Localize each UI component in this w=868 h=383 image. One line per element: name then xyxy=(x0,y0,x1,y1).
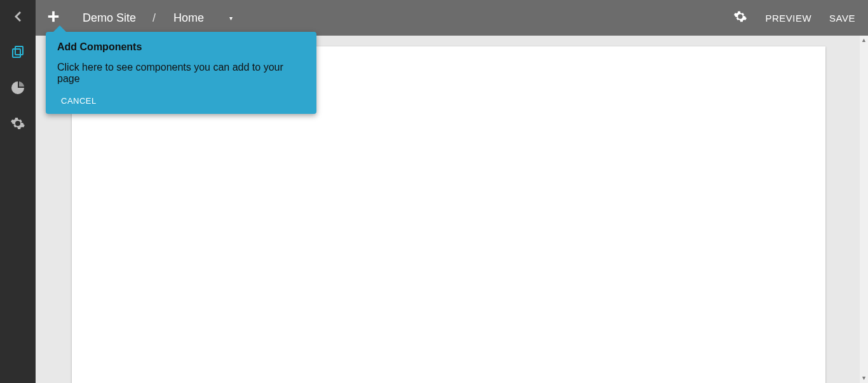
popover-cancel-button[interactable]: CANCEL xyxy=(57,95,100,107)
sidebar-item-stats[interactable] xyxy=(0,71,36,107)
arrow-left-icon xyxy=(10,9,25,27)
sidebar xyxy=(0,0,36,383)
popover-title: Add Components xyxy=(57,41,305,53)
preview-button[interactable]: PREVIEW xyxy=(765,13,811,24)
svg-rect-1 xyxy=(15,46,23,55)
sidebar-item-pages[interactable] xyxy=(0,36,36,71)
svg-rect-0 xyxy=(13,49,20,57)
save-button[interactable]: SAVE xyxy=(829,13,855,24)
back-button[interactable] xyxy=(0,0,36,36)
page-selector[interactable]: Home ▾ xyxy=(161,11,245,25)
gear-icon xyxy=(733,10,747,27)
plus-icon xyxy=(46,10,60,27)
gear-icon xyxy=(10,116,25,134)
pie-chart-icon xyxy=(10,80,25,98)
site-name[interactable]: Demo Site xyxy=(71,11,147,25)
scroll-down-arrow[interactable]: ▲ xyxy=(860,375,868,383)
topbar: Demo Site / Home ▾ PREVIEW SAVE xyxy=(36,0,868,36)
page-name-label: Home xyxy=(173,11,204,25)
chevron-down-icon: ▾ xyxy=(229,15,233,22)
copy-icon xyxy=(10,45,25,62)
popover-body: Click here to see components you can add… xyxy=(57,62,305,85)
topbar-right: PREVIEW SAVE xyxy=(733,10,868,27)
topbar-left: Demo Site / Home ▾ xyxy=(36,0,245,36)
add-components-popover: Add Components Click here to see compone… xyxy=(46,32,316,114)
sidebar-item-settings[interactable] xyxy=(0,107,36,143)
vertical-scrollbar[interactable]: ▲ ▲ xyxy=(860,36,868,383)
breadcrumb-separator: / xyxy=(147,11,161,25)
page-settings-button[interactable] xyxy=(733,10,747,27)
scroll-up-arrow[interactable]: ▲ xyxy=(860,36,868,44)
